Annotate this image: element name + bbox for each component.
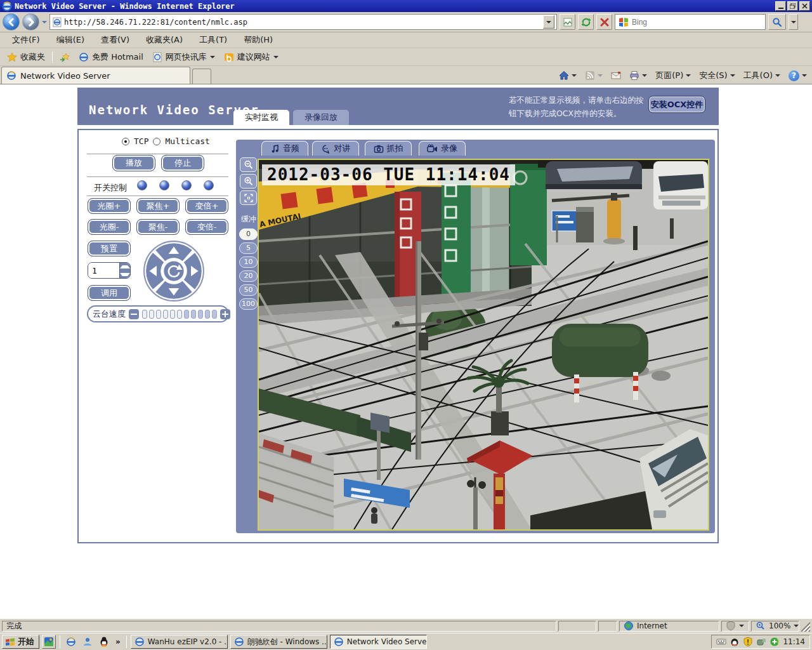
buffer-option-5[interactable]: 5 xyxy=(239,242,258,254)
buffer-option-20[interactable]: 20 xyxy=(239,270,258,282)
tcp-radio[interactable] xyxy=(122,138,129,145)
spinner-down-button[interactable] xyxy=(120,270,130,278)
quicklaunch-qq-button[interactable] xyxy=(97,635,111,649)
menu-item-help[interactable]: 帮助(H) xyxy=(235,32,281,48)
read-mail-button[interactable] xyxy=(609,69,623,82)
address-input[interactable] xyxy=(64,18,541,27)
buffer-option-0[interactable]: 0 xyxy=(239,229,258,240)
qq-tray-icon[interactable] xyxy=(730,637,740,647)
safety-plus-icon[interactable] xyxy=(769,637,780,647)
menu-item-tools[interactable]: 工具(T) xyxy=(191,32,235,48)
back-button[interactable] xyxy=(3,13,20,30)
search-box[interactable] xyxy=(615,14,766,30)
menu-item-file[interactable]: 文件(F) xyxy=(4,32,48,48)
menu-item-edit[interactable]: 编辑(E) xyxy=(48,32,93,48)
spinner-up-button[interactable] xyxy=(120,263,130,270)
audio-tab[interactable]: 音频 xyxy=(261,141,308,156)
record-tab[interactable]: 录像 xyxy=(419,141,466,156)
browser-tab[interactable]: Network Video Server xyxy=(1,67,190,84)
minimize-button[interactable] xyxy=(775,1,786,11)
safety-menu-button[interactable]: 安全(S) xyxy=(697,69,737,83)
talk-tab[interactable]: 对讲 xyxy=(312,141,359,156)
speed-decrease-button[interactable] xyxy=(129,309,139,319)
fullscreen-button[interactable] xyxy=(240,190,257,205)
favorites-item-webslice[interactable]: 网页快讯库 xyxy=(148,49,219,65)
device-tray-icon[interactable] xyxy=(756,637,766,647)
ptz-dpad[interactable] xyxy=(142,239,206,303)
restore-button[interactable] xyxy=(787,1,798,11)
speed-level-bar[interactable] xyxy=(142,310,217,319)
menu-item-view[interactable]: 查看(V) xyxy=(93,32,138,48)
search-input[interactable] xyxy=(632,18,762,27)
zoom-in-button[interactable] xyxy=(240,174,257,189)
switch-led-1[interactable] xyxy=(137,180,147,190)
tab-record-playback[interactable]: 录像回放 xyxy=(293,110,349,125)
ptz-home-button[interactable] xyxy=(163,260,184,281)
favorites-button[interactable]: 收藏夹 xyxy=(3,49,49,65)
taskbar-clock[interactable]: 11:14 xyxy=(783,637,805,646)
dropdown-arrow-icon xyxy=(210,56,215,58)
buffer-option-100[interactable]: 100 xyxy=(239,298,258,310)
snapshot-tab[interactable]: 抓拍 xyxy=(365,141,412,156)
new-tab-button[interactable] xyxy=(192,69,211,84)
preset-button[interactable]: 预置 xyxy=(88,241,131,256)
start-button[interactable]: 开始 xyxy=(2,635,39,649)
tools-menu-button[interactable]: 工具(O) xyxy=(742,69,782,83)
protected-mode-segment[interactable] xyxy=(721,621,749,632)
address-dropdown[interactable] xyxy=(543,15,554,29)
home-icon xyxy=(559,70,569,81)
switch-led-4[interactable] xyxy=(204,180,214,190)
quicklaunch-overflow-chevron[interactable]: » xyxy=(114,637,122,646)
zoom-out-button[interactable] xyxy=(240,157,257,172)
stop-button-panel[interactable]: 停止 xyxy=(161,155,204,171)
home-button[interactable] xyxy=(557,69,579,82)
search-button[interactable] xyxy=(768,14,786,30)
down-arrow-icon xyxy=(120,273,130,276)
resize-grip[interactable] xyxy=(801,621,810,632)
quicklaunch-ie-button[interactable] xyxy=(64,635,78,649)
zoom-level-segment[interactable]: 100% xyxy=(751,621,799,632)
favorites-item-hotmail[interactable]: 免费 Hotmail xyxy=(74,49,148,65)
call-button[interactable]: 调用 xyxy=(88,285,131,301)
help-button[interactable]: ? xyxy=(787,69,809,83)
refresh-button[interactable] xyxy=(578,14,594,30)
task-window-nvs[interactable]: Network Video Serve... xyxy=(330,635,427,649)
page-menu-button[interactable]: 页面(P) xyxy=(653,69,693,83)
iris-plus-button[interactable]: 光圈+ xyxy=(88,198,131,214)
history-dropdown[interactable] xyxy=(42,21,47,23)
stop-button[interactable] xyxy=(596,14,612,30)
buffer-option-10[interactable]: 10 xyxy=(239,256,258,268)
preset-number-input[interactable] xyxy=(88,263,116,278)
switch-led-3[interactable] xyxy=(181,180,192,190)
input-method-icon[interactable] xyxy=(716,637,726,647)
search-options-dropdown[interactable] xyxy=(789,14,798,30)
address-bar[interactable] xyxy=(49,14,557,30)
print-button[interactable] xyxy=(627,69,649,82)
zoom-plus-button[interactable]: 变倍+ xyxy=(185,198,228,214)
task-window-ezeip[interactable]: WanHu ezEIP v2.0 - ... xyxy=(131,635,228,649)
speed-increase-button[interactable] xyxy=(220,309,230,319)
focus-plus-button[interactable]: 聚焦+ xyxy=(136,198,180,214)
forward-button[interactable] xyxy=(22,13,39,30)
iris-minus-button[interactable]: 光圈- xyxy=(88,219,131,235)
quicklaunch-messenger-button[interactable] xyxy=(81,635,95,649)
install-ocx-button[interactable]: 安装OCX控件 xyxy=(648,96,705,113)
preset-number-spinner[interactable] xyxy=(88,262,131,279)
favorites-item-suggested[interactable]: 建议网站 xyxy=(219,49,283,65)
zoom-minus-button[interactable]: 变倍- xyxy=(185,219,228,235)
feeds-button[interactable] xyxy=(583,69,605,82)
compatibility-view-button[interactable] xyxy=(560,14,575,30)
close-button[interactable] xyxy=(799,1,810,11)
buffer-option-50[interactable]: 50 xyxy=(239,284,258,296)
menu-item-favorites[interactable]: 收藏夹(A) xyxy=(138,32,191,48)
tab-live-monitor[interactable]: 实时监视 xyxy=(233,110,289,125)
switch-led-2[interactable] xyxy=(159,180,169,190)
multicast-radio[interactable] xyxy=(153,138,160,145)
task-window-langchi[interactable]: 朗驰欣创 - Windows ... xyxy=(230,635,327,649)
focus-minus-button[interactable]: 聚焦- xyxy=(136,219,180,235)
security-alert-icon[interactable] xyxy=(743,637,753,647)
video-frame[interactable]: A MOUTAI xyxy=(258,159,709,531)
add-favorite-button[interactable] xyxy=(55,50,74,65)
media-app-button[interactable] xyxy=(42,635,56,649)
play-button[interactable]: 播放 xyxy=(112,155,155,171)
